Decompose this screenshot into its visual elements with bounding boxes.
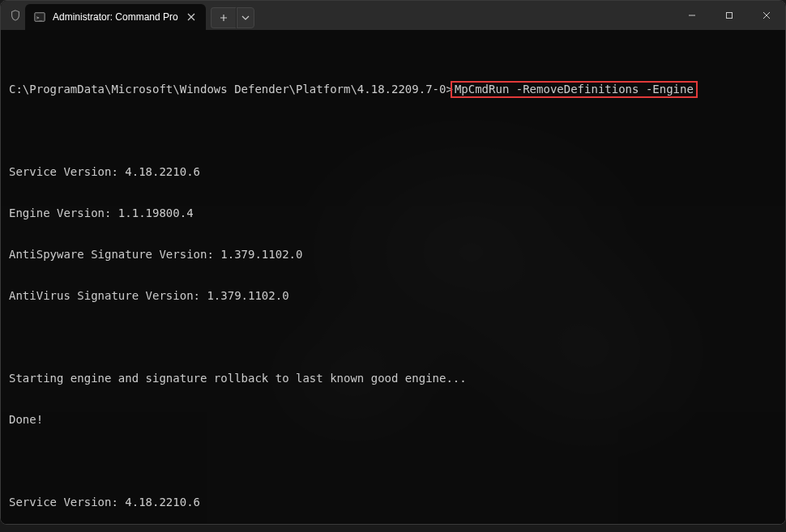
titlebar: >_ Administrator: Command Pro (1, 1, 785, 30)
window-controls (673, 1, 785, 30)
prompt-path: C:\ProgramData\Microsoft\Windows Defende… (9, 83, 453, 96)
close-button[interactable] (748, 1, 785, 30)
output-line: AntiVirus Signature Version: 1.379.1102.… (9, 289, 777, 303)
output-line: Starting engine and signature rollback t… (9, 372, 777, 385)
tab-active[interactable]: >_ Administrator: Command Pro (25, 4, 206, 30)
terminal-output[interactable]: C:\ProgramData\Microsoft\Windows Defende… (1, 30, 785, 524)
prompt-line-1: C:\ProgramData\Microsoft\Windows Defende… (9, 83, 777, 96)
tab-title: Administrator: Command Pro (53, 11, 178, 23)
tab-dropdown-button[interactable] (237, 7, 254, 28)
blank-line (9, 330, 777, 344)
terminal-window: >_ Administrator: Command Pro (0, 0, 786, 525)
output-line: Service Version: 4.18.2210.6 (9, 496, 777, 509)
output-line: Engine Version: 1.1.19800.4 (9, 206, 777, 220)
output-line: Service Version: 4.18.2210.6 (9, 165, 777, 179)
new-tab-button[interactable] (211, 7, 237, 28)
maximize-button[interactable] (711, 1, 748, 30)
background-wallpaper (1, 30, 785, 524)
minimize-button[interactable] (673, 1, 711, 30)
titlebar-drag-region[interactable] (254, 1, 673, 30)
shield-icon (9, 9, 22, 22)
tab-actions (206, 1, 254, 30)
output-line: Done! (9, 413, 777, 427)
cmd-icon: >_ (33, 11, 46, 23)
command-highlight: MpCmdRun -RemoveDefinitions -Engine (451, 81, 698, 98)
blank-line (9, 454, 777, 468)
command-text: MpCmdRun -RemoveDefinitions -Engine (455, 83, 694, 96)
blank-line (9, 124, 777, 138)
tab-close-button[interactable] (185, 11, 198, 23)
svg-rect-2 (727, 13, 733, 19)
titlebar-left (1, 1, 25, 30)
output-line: AntiSpyware Signature Version: 1.379.110… (9, 248, 777, 262)
svg-text:>_: >_ (36, 15, 43, 21)
